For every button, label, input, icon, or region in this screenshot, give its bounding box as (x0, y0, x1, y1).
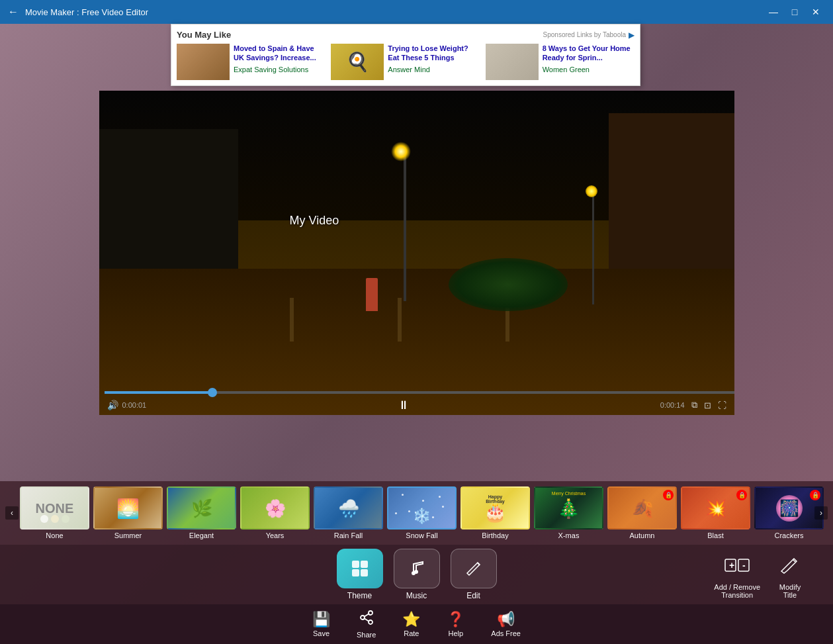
pip-icon[interactable]: ⧉ (691, 400, 697, 410)
title-bar: ← Movie Maker : Free Video Editor — □ ✕ (0, 0, 833, 24)
ads-free-button[interactable]: 📢 Ads Free (491, 611, 521, 637)
edit-icon (451, 549, 497, 588)
ad-items: Moved to Spain & Have UK Savings? Increa… (177, 44, 635, 80)
strip-nav-left[interactable]: ‹ (5, 506, 19, 520)
crop-icon[interactable]: ⊡ (704, 400, 711, 410)
ad-item-0[interactable]: Moved to Spain & Have UK Savings? Increa… (177, 44, 326, 80)
svg-rect-2 (352, 569, 359, 576)
ad-image-0 (177, 44, 230, 80)
theme-item-birthday[interactable]: HappyBirthday 🎂 Birthday (460, 486, 530, 539)
svg-rect-3 (361, 569, 368, 576)
music-icon (394, 549, 440, 588)
back-button[interactable]: ← (8, 6, 19, 18)
help-button[interactable]: ❓ Help (447, 611, 464, 637)
theme-item-xmas[interactable]: Merry Christmas 🎄 X-mas (534, 486, 603, 539)
lock-badge-blast: 🔒 (736, 490, 747, 500)
ad-item-1-source: Answer Mind (388, 66, 480, 73)
svg-text:-: - (742, 560, 746, 571)
svg-rect-0 (352, 561, 359, 568)
theme-item-blast[interactable]: 💥 🔒 Blast (681, 486, 750, 539)
theme-button[interactable]: Theme (337, 549, 383, 600)
time-total: 0:00:14 (660, 401, 685, 409)
lock-badge-autumn: 🔒 (663, 490, 674, 500)
ad-item-0-title: Moved to Spain & Have UK Savings? Increa… (234, 44, 326, 63)
volume-icon[interactable]: 🔊 (107, 400, 118, 410)
ad-item-2[interactable]: 8 Ways to Get Your Home Ready for Sprin.… (486, 44, 635, 80)
add-remove-icon: + - (721, 551, 754, 580)
theme-item-summer[interactable]: 🌅 Summer (93, 486, 163, 539)
theme-strip: ‹ NONE None 🌅 Summer 🌿 (0, 481, 833, 545)
video-wrapper: My Video 🔊 0:00:01 ⏸ (99, 91, 734, 415)
svg-line-13 (364, 614, 369, 616)
playback-controls: 🔊 0:00:01 ⏸ 0:00:14 ⧉ ⊡ ⛶ (99, 398, 734, 412)
main-content: My Video 🔊 0:00:01 ⏸ (0, 24, 833, 644)
maximize-button[interactable]: □ (785, 5, 804, 19)
ads-free-label: Ads Free (491, 629, 521, 637)
ad-image-1: 🍳 (331, 44, 384, 80)
music-label: Music (406, 591, 427, 600)
theme-label-snowFall: Snow Fall (406, 531, 437, 539)
strip-nav-right[interactable]: › (814, 506, 828, 520)
add-remove-transition-button[interactable]: + - Add / Remove Transition (714, 551, 760, 599)
share-icon (359, 610, 374, 629)
theme-thumb-summer: 🌅 (93, 486, 163, 529)
save-button[interactable]: 💾 Save (312, 611, 330, 637)
theme-item-autumn[interactable]: 🍂 🔒 Autumn (607, 486, 677, 539)
ad-item-1[interactable]: 🍳 Trying to Lose Weight? Eat These 5 Thi… (331, 44, 480, 80)
theme-item-rainFall[interactable]: 🌧️ Rain Fall (314, 486, 383, 539)
help-label: Help (449, 629, 464, 637)
theme-label-crackers: Crackers (774, 531, 803, 539)
rate-button[interactable]: ⭐ Rate (402, 611, 420, 637)
share-label: Share (357, 631, 376, 639)
video-frame[interactable]: My Video 🔊 0:00:01 ⏸ (99, 91, 734, 415)
music-button[interactable]: Music (394, 549, 440, 600)
rate-label: Rate (404, 629, 419, 637)
edit-button[interactable]: Edit (451, 549, 497, 600)
lock-badge-crackers: 🔒 (810, 490, 820, 500)
window-controls: — □ ✕ (764, 5, 825, 19)
save-label: Save (313, 629, 329, 637)
ad-title: You May Like (177, 30, 231, 40)
theme-label-blast: Blast (707, 531, 723, 539)
footer-bar: 💾 Save Share ⭐ Rate ❓ Help 📢 (0, 604, 833, 644)
ad-banner: You May Like Sponsored Links by Taboola … (171, 24, 640, 86)
theme-item-snowFall[interactable]: ❄️ Snow Fall (387, 486, 457, 539)
svg-line-14 (364, 618, 369, 621)
close-button[interactable]: ✕ (807, 5, 825, 19)
theme-label-years: Years (266, 531, 285, 539)
fullscreen-icon[interactable]: ⛶ (718, 400, 726, 410)
theme-label: Theme (347, 591, 372, 600)
ad-item-2-title: 8 Ways to Get Your Home Ready for Sprin.… (543, 44, 635, 63)
play-pause-button[interactable]: ⏸ (398, 398, 410, 412)
theme-thumb-crackers: 🎆 🔒 (754, 486, 824, 529)
theme-item-years[interactable]: 🌸 Years (240, 486, 310, 539)
modify-title-button[interactable]: Modify Title (773, 551, 807, 599)
theme-item-elegant[interactable]: 🌿 Elegant (167, 486, 236, 539)
share-button[interactable]: Share (357, 610, 376, 639)
theme-thumb-rainFall: 🌧️ (314, 486, 383, 529)
svg-text:+: + (729, 560, 734, 571)
help-icon: ❓ (447, 611, 464, 628)
theme-label-elegant: Elegant (189, 531, 214, 539)
scene-lamppost (404, 156, 406, 302)
modify-title-icon (773, 551, 807, 580)
ad-item-1-title: Trying to Lose Weight? Eat These 5 Thing… (388, 44, 480, 63)
theme-item-crackers[interactable]: 🎆 🔒 Crackers (754, 486, 824, 539)
ad-sponsored: Sponsored Links by Taboola ▶ (543, 30, 635, 40)
theme-thumb-elegant: 🌿 (167, 486, 236, 529)
minimize-button[interactable]: — (764, 5, 783, 19)
video-title-overlay: My Video (290, 214, 339, 228)
progress-track[interactable] (105, 391, 734, 394)
modify-title-label: Modify Title (779, 583, 801, 599)
street-scene: My Video (99, 91, 734, 415)
bottom-toolbar: Theme Music Edit (0, 545, 833, 604)
theme-icon (337, 549, 383, 588)
ads-free-icon: 📢 (497, 611, 515, 628)
theme-label-xmas: X-mas (558, 531, 580, 539)
theme-item-none[interactable]: NONE None (20, 486, 89, 539)
svg-point-5 (414, 570, 418, 574)
app-title: Movie Maker : Free Video Editor (25, 7, 758, 17)
video-container: My Video 🔊 0:00:01 ⏸ (0, 24, 833, 481)
save-icon: 💾 (312, 611, 330, 628)
edit-label: Edit (466, 591, 480, 600)
